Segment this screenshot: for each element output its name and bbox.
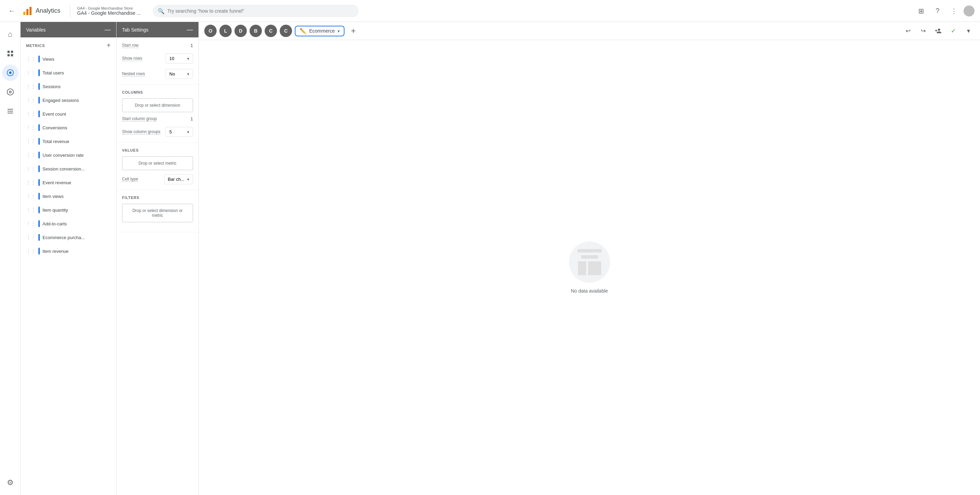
metrics-label: METRICS <box>26 43 45 48</box>
share-user-button[interactable] <box>932 25 944 37</box>
home-nav[interactable]: ⌂ <box>2 26 19 43</box>
list-item[interactable]: ⋮⋮ Ecommerce purcha... <box>21 230 116 244</box>
columns-section-title: COLUMNS <box>122 90 193 94</box>
tab-circle-O[interactable]: O <box>204 25 216 37</box>
list-item[interactable]: ⋮⋮ Engaged sessions <box>21 93 116 107</box>
search-input[interactable] <box>153 5 358 17</box>
metric-name: Add-to-carts <box>43 221 67 227</box>
list-item[interactable]: ⋮⋮ Conversions <box>21 121 116 134</box>
metric-bar <box>38 248 40 254</box>
list-item[interactable]: ⋮⋮ Sessions <box>21 80 116 93</box>
explore-nav[interactable] <box>2 64 19 81</box>
tab-settings-minimize-icon[interactable]: — <box>187 26 193 33</box>
list-item[interactable]: ⋮⋮ Item views <box>21 189 116 203</box>
values-drop-zone[interactable]: Drop or select metric <box>122 156 193 170</box>
list-item[interactable]: ⋮⋮ Item quantity <box>21 203 116 217</box>
show-col-groups-select[interactable]: 5 <box>165 127 193 137</box>
tab-ecommerce[interactable]: ✏️ Ecommerce <box>295 26 345 36</box>
list-item[interactable]: ⋮⋮ Add-to-carts <box>21 217 116 230</box>
metrics-add-button[interactable]: + <box>107 42 111 50</box>
reports-icon <box>6 50 14 57</box>
redo-button[interactable]: ↪ <box>917 25 929 37</box>
metric-name: Event revenue <box>43 180 71 185</box>
list-item[interactable]: ⋮⋮ Views <box>21 52 116 66</box>
tab-circle-C1[interactable]: C <box>265 25 277 37</box>
list-item[interactable]: ⋮⋮ User conversion rate <box>21 148 116 162</box>
columns-drop-zone[interactable]: Drop or select dimension <box>122 99 193 112</box>
illustration-bar2 <box>588 261 601 275</box>
reports-nav[interactable] <box>2 45 19 62</box>
no-data-inner <box>578 249 601 275</box>
chevron-down-icon <box>187 56 189 61</box>
grid-icon-button[interactable]: ⊞ <box>914 4 928 18</box>
tab-circle-D[interactable]: D <box>234 25 247 37</box>
account-name: GA4 - Google Merchandise ... <box>77 10 140 16</box>
list-item[interactable]: ⋮⋮ Total revenue <box>21 134 116 148</box>
tab-dropdown-icon <box>337 29 340 34</box>
values-section: VALUES Drop or select metric Cell type B… <box>116 143 199 190</box>
tab-settings-panel-title: Tab Settings <box>122 27 148 33</box>
svg-rect-13 <box>7 113 13 113</box>
variables-panel: Variables — METRICS + ⋮⋮ Views ⋮⋮ Total … <box>21 22 116 495</box>
tab-add-button[interactable]: + <box>347 25 360 37</box>
list-item[interactable]: ⋮⋮ Total users <box>21 66 116 80</box>
chevron-down-icon <box>187 71 189 77</box>
search-icon: 🔍 <box>158 8 164 14</box>
start-row-row: Start row 1 <box>122 43 193 48</box>
drag-handle-icon: ⋮⋮ <box>26 180 36 185</box>
svg-rect-12 <box>7 111 13 112</box>
list-item[interactable]: ⋮⋮ Session conversion... <box>21 162 116 176</box>
avatar[interactable] <box>964 5 975 16</box>
topbar: ← Analytics GA4 - Google Merchandise Sto… <box>0 0 980 22</box>
show-rows-select[interactable]: 10 <box>165 54 193 64</box>
metric-bar <box>38 152 40 158</box>
metric-name: Event count <box>43 112 66 117</box>
undo-button[interactable]: ↩ <box>902 25 914 37</box>
nested-rows-select[interactable]: No <box>165 69 193 79</box>
chevron-down-icon <box>187 177 189 182</box>
logo: Analytics <box>22 5 60 16</box>
chart-area: No data available <box>199 40 980 495</box>
metric-name: Session conversion... <box>43 166 85 171</box>
advertising-nav[interactable] <box>2 84 19 100</box>
no-data-illustration <box>569 241 610 283</box>
check-button[interactable]: ✓ <box>947 25 959 37</box>
variables-panel-title: Variables <box>26 27 46 33</box>
list-item[interactable]: ⋮⋮ Item revenue <box>21 244 116 258</box>
cell-type-select-value: Bar ch... <box>168 177 185 182</box>
tabs-bar-right: ↩ ↪ ✓ ▾ <box>902 25 975 37</box>
start-col-group-value: 1 <box>191 116 193 121</box>
metric-bar <box>38 124 40 131</box>
svg-point-8 <box>9 71 11 74</box>
drag-handle-icon: ⋮⋮ <box>26 221 36 227</box>
illustration-bar1 <box>578 261 586 275</box>
metric-name: User conversion rate <box>43 153 84 158</box>
back-button[interactable]: ← <box>5 5 18 17</box>
topbar-actions: ⊞ ? ⋮ <box>914 4 975 18</box>
explore-icon <box>6 69 14 77</box>
more-icon-button[interactable]: ⋮ <box>947 4 961 18</box>
metric-name: Views <box>43 57 54 62</box>
cell-type-select[interactable]: Bar ch... <box>164 174 193 184</box>
show-col-groups-select-value: 5 <box>169 129 172 134</box>
list-item[interactable]: ⋮⋮ Event revenue <box>21 176 116 189</box>
list-item[interactable]: ⋮⋮ Event count <box>21 107 116 121</box>
content-area: O L D B C C ✏️ Ecommerce + ↩ ↪ ✓ ▾ <box>199 22 980 495</box>
svg-rect-0 <box>23 12 25 15</box>
help-icon-button[interactable]: ? <box>931 4 944 18</box>
tab-circle-C2[interactable]: C <box>280 25 292 37</box>
drag-handle-icon: ⋮⋮ <box>26 139 36 144</box>
metric-name: Ecommerce purcha... <box>43 235 85 240</box>
illustration-rect2 <box>581 255 598 259</box>
tab-circle-L[interactable]: L <box>220 25 232 37</box>
drag-handle-icon: ⋮⋮ <box>26 97 36 103</box>
metric-bar <box>38 206 40 213</box>
left-nav: ⌂ ⚙ <box>0 22 21 495</box>
configure-nav[interactable] <box>2 103 19 120</box>
tab-circle-B[interactable]: B <box>250 25 262 37</box>
variables-minimize-icon[interactable]: — <box>105 26 111 33</box>
app-name: Analytics <box>36 7 60 14</box>
settings-nav[interactable]: ⚙ <box>2 474 19 491</box>
filters-drop-zone[interactable]: Drop or select dimension or metric <box>122 204 193 222</box>
check-dropdown-button[interactable]: ▾ <box>962 25 975 37</box>
